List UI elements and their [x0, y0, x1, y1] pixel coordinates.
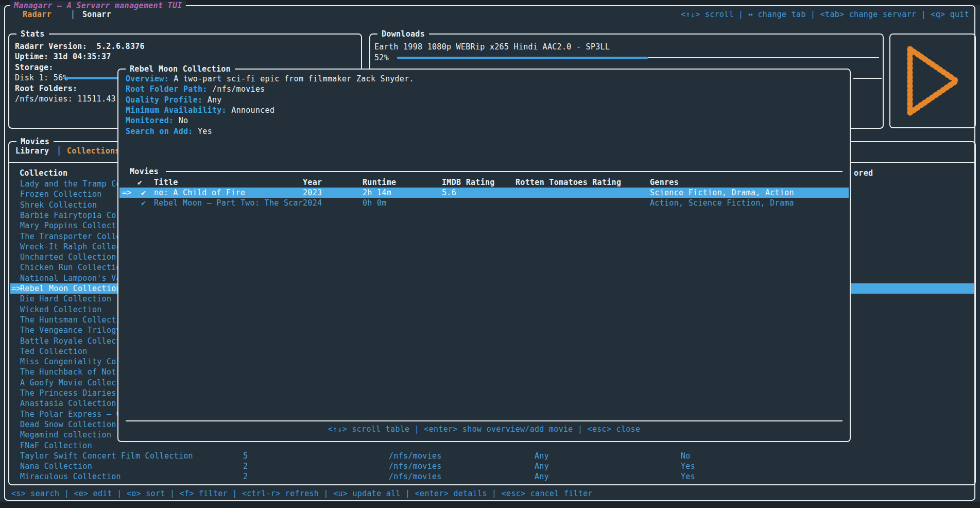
movies-panel-title: Movies: [16, 137, 54, 147]
root-folder-label: Root Folder Path:: [126, 84, 208, 94]
overview-label: Overview:: [126, 74, 169, 83]
modal-col-runtime: Runtime: [363, 177, 396, 188]
collection-column-header: Collection: [20, 168, 67, 178]
movie-runtime: 2h 14m: [363, 188, 391, 198]
stats-root-folder-value: /nfs/movies: 11511.43 GB: [15, 94, 130, 104]
collection-name: FNaF Collection: [20, 441, 92, 451]
collection-row[interactable]: Miraculous Collection2/nfs/moviesAnyYes: [9, 471, 975, 482]
modal-field-root-folder: Root Folder Path: /nfs/movies: [126, 84, 265, 94]
stats-root-folders-label: Root Folders:: [15, 83, 77, 94]
collection-name: Taylor Swift Concert Film Collection: [20, 451, 193, 461]
movie-genres: Action, Science Fiction, Drama: [650, 198, 794, 208]
modal-col-genres: Genres: [650, 177, 679, 188]
movie-title: Rebel Moon – Part Two: The Scar: [154, 198, 303, 208]
collection-name: Wreck-It Ralph Collec: [20, 242, 121, 252]
modal-field-overview: Overview: A two-part sci-fi epic from fi…: [126, 74, 414, 84]
tab-collections[interactable]: Collections: [67, 146, 120, 156]
tab-sonarr[interactable]: Sonarr: [82, 9, 111, 20]
collection-quality-profile: Any: [535, 461, 549, 471]
collection-name: The Transporter Colle: [20, 231, 121, 242]
modal-footer-rule: [126, 420, 843, 421]
collection-name: Mary Poppins Collecti: [20, 221, 121, 231]
download-progress-bar-rest: [648, 57, 879, 58]
collection-name: Rebel Moon Collection: [20, 283, 121, 294]
min-availability-value: Announced: [231, 106, 274, 115]
stats-storage-label: Storage:: [15, 62, 54, 73]
modal-field-quality-profile: Quality Profile: Any: [126, 95, 222, 105]
movie-year: 2023: [303, 188, 322, 198]
modal-movie-row[interactable]: ✔Rebel Moon – Part Two: The Scar20240h 0…: [118, 198, 850, 208]
collection-name: Uncharted Collection: [20, 252, 116, 262]
collection-name: Wicked Collection: [20, 304, 102, 315]
movie-genres: Science Fiction, Drama, Action: [650, 188, 794, 198]
modal-col-check: ✔: [137, 177, 142, 188]
collection-name: Megamind collection: [20, 430, 111, 440]
collection-name: National Lampoon's Va: [20, 273, 121, 283]
collection-name: A Goofy Movie Collect: [20, 378, 121, 388]
terminal-bottom-strip: [0, 502, 980, 508]
overview-value: A two-part sci-fi epic from filmmaker Za…: [174, 74, 414, 83]
collection-name: Chicken Run Collectio: [20, 262, 121, 273]
collection-row[interactable]: Nana Collection2/nfs/moviesAnyYes: [9, 461, 975, 471]
min-availability-label: Minimum Availability:: [126, 106, 227, 115]
servarr-tab-divider: │: [71, 9, 75, 20]
modal-col-imdb: IMDB Rating: [442, 177, 495, 188]
collection-row[interactable]: Taylor Swift Concert Film Collection5/nf…: [9, 451, 975, 461]
collection-name: The Princess Diaries: [20, 388, 116, 398]
collection-name: Barbie Fairytopia Col: [20, 210, 121, 221]
collection-name: Battle Royale Collect: [20, 336, 121, 346]
downloads-panel-title: Downloads: [377, 29, 429, 39]
tab-radarr[interactable]: Radarr: [23, 9, 51, 20]
collection-name: Ted Collection: [20, 346, 88, 357]
modal-footer-keybinds: <↑↓> scroll table | <enter> show overvie…: [118, 424, 850, 434]
collection-name: The Hunchback of Notr: [20, 367, 121, 377]
quality-profile-value: Any: [208, 95, 222, 105]
tab-library[interactable]: Library: [15, 146, 49, 156]
bottom-keybind-bar: <s> search | <e> edit | <o> sort | <f> f…: [11, 488, 593, 499]
download-item-name: Earth 1998 1080p WEBRip x265 Hindi AAC2.…: [374, 42, 610, 52]
selection-arrow: =>: [122, 188, 132, 198]
logo-panel: [889, 33, 976, 128]
collection-name: Miraculous Collection: [20, 471, 121, 482]
movie-imdb-rating: 5.6: [442, 188, 456, 198]
managarr-play-logo-icon: [890, 35, 975, 127]
modal-movies-title-rule: [166, 171, 843, 172]
collection-root-folder: /nfs/movies: [389, 451, 442, 461]
collection-quality-profile: Any: [535, 451, 549, 461]
modal-col-rt: Rotten Tomatoes Rating: [515, 177, 621, 188]
collection-monitored: Yes: [681, 471, 695, 482]
modal-field-monitored: Monitored: No: [126, 115, 188, 126]
modal-movie-row[interactable]: =>✔ne: A Child of Fire20232h 14m5.6Scien…: [118, 188, 850, 198]
modal-field-min-availability: Minimum Availability: Announced: [126, 105, 274, 115]
modal-col-title: Title: [154, 177, 178, 188]
modal-movies-table: =>✔ne: A Child of Fire20232h 14m5.6Scien…: [118, 188, 850, 218]
movie-title: ne: A Child of Fire: [154, 188, 245, 198]
collection-movie-count: 2: [243, 471, 248, 482]
collection-name: Shrek Collection: [20, 200, 97, 210]
collection-name: Frozen Collection: [20, 189, 102, 199]
download-progress-bar-fill: [397, 57, 648, 59]
collection-name: Miss Congeniality Col: [20, 357, 121, 367]
collection-name: The Polar Express – C: [20, 409, 121, 419]
movie-monitored-check: ✔: [141, 198, 146, 208]
collection-monitored: Yes: [681, 461, 695, 471]
collection-movie-count: 2: [243, 461, 248, 471]
download-progress-fragment: [853, 78, 882, 79]
stats-version: Radarr Version: 5.2.6.8376: [15, 41, 145, 52]
modal-field-search-on-add: Search on Add: Yes: [126, 126, 212, 137]
collection-name: Lady and the Tramp Co: [20, 179, 121, 189]
movies-tab-divider-1: │: [57, 146, 61, 156]
collection-name: The Huntsman Collecti: [20, 315, 121, 325]
movie-monitored-check: ✔: [141, 188, 146, 198]
managarr-app: { "app": { "title": "Managarr – A Servar…: [0, 0, 980, 508]
collection-name: Nana Collection: [20, 461, 92, 471]
modal-col-year: Year: [303, 177, 322, 188]
modal-title: Rebel Moon Collection: [126, 64, 235, 74]
monitored-label: Monitored:: [126, 116, 174, 125]
movie-year: 2024: [303, 198, 322, 208]
collection-name: Dead Snow Collection: [20, 419, 116, 430]
collection-monitored: No: [681, 451, 691, 461]
collection-name: Anastasia Collection: [20, 398, 116, 409]
stats-panel-title: Stats: [16, 29, 49, 39]
download-item-percent: 52%: [374, 53, 389, 63]
